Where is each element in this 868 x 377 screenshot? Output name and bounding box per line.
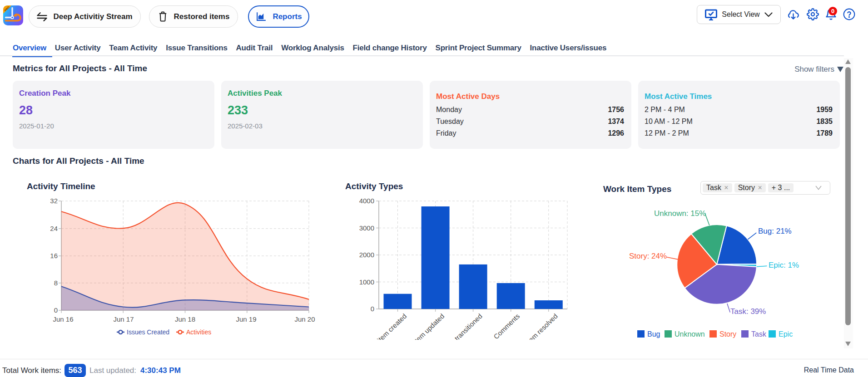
svg-text:Task: Task (751, 330, 767, 338)
svg-text:2000: 2000 (359, 251, 374, 259)
svg-text:1000: 1000 (359, 278, 374, 286)
svg-text:3000: 3000 (359, 224, 374, 232)
svg-text:Unknown: 15%: Unknown: 15% (654, 209, 706, 218)
svg-text:Epic: 1%: Epic: 1% (769, 261, 799, 269)
svg-text:Unknown: Unknown (675, 330, 705, 338)
svg-text:Task: 39%: Task: 39% (730, 307, 766, 316)
svg-text:Issues Created: Issues Created (127, 328, 169, 336)
svg-text:Jun 19: Jun 19 (236, 315, 256, 323)
svg-text:Jun 16: Jun 16 (53, 315, 73, 323)
svg-text:Story: 24%: Story: 24% (629, 252, 667, 260)
svg-text:Activities: Activities (186, 328, 211, 336)
svg-text:16: 16 (50, 252, 58, 259)
svg-text:Jun 17: Jun 17 (113, 315, 134, 323)
svg-text:Jun 20: Jun 20 (294, 315, 315, 323)
svg-text:24: 24 (50, 225, 58, 232)
svg-text:32: 32 (50, 197, 58, 205)
svg-text:Epic: Epic (779, 330, 793, 338)
svg-text:Story: Story (719, 330, 736, 338)
svg-text:8: 8 (54, 279, 58, 287)
svg-text:Bug: Bug (647, 330, 660, 338)
svg-text:Jun 18: Jun 18 (175, 315, 195, 323)
svg-text:Bug: 21%: Bug: 21% (758, 227, 792, 235)
svg-text:0: 0 (54, 306, 58, 314)
svg-text:4000: 4000 (359, 197, 374, 205)
